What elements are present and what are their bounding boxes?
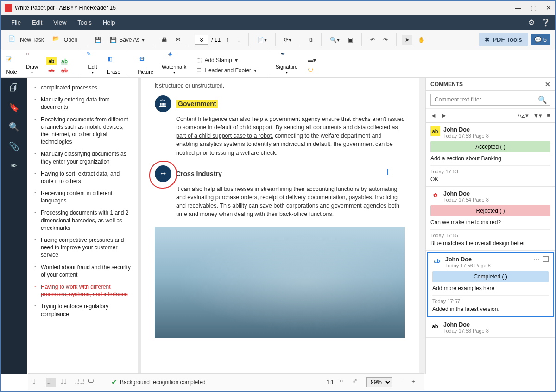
- security-tool[interactable]: 🛡: [306, 66, 318, 75]
- search-panel-icon[interactable]: 🔍: [8, 121, 19, 133]
- comment-item[interactable]: abJohn DoeToday 17:58 Page 8: [426, 318, 555, 338]
- bookmarks-panel-icon[interactable]: 🔖: [8, 102, 19, 113]
- prev-comment-button[interactable]: ◄: [430, 112, 436, 119]
- open-button[interactable]: 📂Open: [50, 33, 80, 46]
- expand-button[interactable]: ≡: [547, 112, 550, 119]
- fullscreen-view[interactable]: 🖵: [88, 378, 97, 387]
- save-button[interactable]: 💾: [92, 35, 104, 45]
- signature-tool[interactable]: ✒Signature▾: [276, 51, 297, 75]
- sort-button[interactable]: AZ▾: [518, 112, 529, 119]
- status-bar: ▯ ⬚ ▯▯ ⬚⬚ 🖵 ✔ Background recognition com…: [28, 373, 424, 390]
- menu-view[interactable]: View: [48, 19, 72, 26]
- comments-panel: COMMENTS ✕ 🔍 ◄ ► AZ▾ ▼▾ ≡ abJohn DoeToda…: [425, 78, 555, 374]
- hand-tool[interactable]: ✋: [415, 35, 428, 45]
- picture-tool[interactable]: 🖼Picture: [138, 56, 153, 75]
- rotate-button[interactable]: ⟳▾: [281, 35, 294, 45]
- page-down-button[interactable]: ↓: [234, 35, 243, 45]
- new-task-button[interactable]: 📄New Task: [6, 33, 47, 46]
- cross-industry-body: It can also help all businesses in strea…: [176, 185, 405, 219]
- comments-title: COMMENTS: [430, 81, 463, 88]
- filter-button[interactable]: ▼▾: [533, 112, 543, 119]
- redact-tool[interactable]: ▬▾: [306, 56, 318, 64]
- insert-text-tool[interactable]: a̶b̶: [59, 66, 70, 75]
- zoom-in-button[interactable]: ＋: [411, 378, 420, 387]
- find-button[interactable]: 🔍▾: [327, 35, 342, 45]
- minimize-button[interactable]: —: [515, 4, 521, 12]
- vertical-scrollbar[interactable]: [419, 78, 425, 374]
- comments-close-icon[interactable]: ✕: [545, 81, 550, 88]
- ocr-button[interactable]: ▣: [345, 35, 356, 45]
- menu-file[interactable]: File: [6, 19, 26, 26]
- edit-tool[interactable]: ✎Edit▾: [87, 51, 99, 75]
- comment-item[interactable]: abJohn DoeToday 17:56 Page 8⋯ Completed …: [427, 252, 554, 317]
- menu-edit[interactable]: Edit: [26, 19, 48, 26]
- comment-status: Accepted ( ): [430, 141, 550, 152]
- comments-toggle[interactable]: 💬5: [531, 34, 550, 45]
- email-button[interactable]: ✉: [173, 35, 183, 45]
- highlight-tool[interactable]: ab: [46, 57, 57, 65]
- comment-time: Today 17:56 Page 8: [445, 263, 530, 268]
- draw-tool[interactable]: ○Draw▾: [26, 51, 38, 75]
- insert-text-marker[interactable]: [387, 169, 392, 175]
- zoom-select[interactable]: 99%: [366, 377, 392, 387]
- save-as-button[interactable]: 💾Save As▾: [107, 35, 147, 45]
- continuous-view[interactable]: ⬚: [46, 378, 56, 387]
- reply-time: Today 17:53: [430, 169, 550, 174]
- search-icon[interactable]: 🔍: [535, 95, 550, 104]
- page-number-input[interactable]: [195, 35, 208, 45]
- comment-text: Add a section about Banking: [430, 155, 550, 162]
- main-toolbar: 📄New Task 📂Open 💾 💾Save As▾ 🖶 ✉ / 11 ↑ ↓…: [1, 30, 555, 50]
- underline-tool[interactable]: a̲b̲: [59, 57, 70, 65]
- fit-width-button[interactable]: ↔: [339, 378, 348, 387]
- watermark-tool[interactable]: ◈Watermark▾: [162, 51, 186, 75]
- bullets-column: complicated processesManually entering d…: [27, 78, 138, 374]
- main-area: 🗐 🔖 🔍 📎 ✒ complicated processesManually …: [1, 78, 555, 374]
- page-view[interactable]: it structured or unstructured. 🏛 Governm…: [141, 78, 419, 374]
- two-page-continuous[interactable]: ⬚⬚: [74, 378, 83, 387]
- comment-item[interactable]: ✿John DoeToday 17:54 Page 8Rejected ( )C…: [426, 187, 555, 251]
- government-icon: 🏛: [155, 95, 171, 112]
- maximize-button[interactable]: ▢: [531, 4, 537, 12]
- header-footer-button[interactable]: ☰Header and Footer▾: [195, 66, 259, 75]
- pointer-tool[interactable]: ➤: [402, 35, 412, 45]
- next-comment-button[interactable]: ►: [441, 112, 447, 119]
- fit-page-button[interactable]: ⤢: [353, 378, 362, 387]
- two-page-view[interactable]: ▯▯: [60, 378, 70, 387]
- zoom-ratio[interactable]: 1:1: [326, 379, 334, 386]
- annotate-toolbar: 📝Note ○Draw▾ ab a̲b̲ ab a̶b̶ ✎Edit▾ ◧Era…: [1, 50, 555, 78]
- redo-button[interactable]: ↷: [380, 35, 391, 45]
- strikeout-tool[interactable]: ab: [46, 66, 57, 75]
- document-area: complicated processesManually entering d…: [27, 78, 425, 374]
- page-up-button[interactable]: ↑: [223, 35, 232, 45]
- comment-filter-input[interactable]: [431, 96, 535, 103]
- erase-tool[interactable]: ◧Erase: [107, 56, 120, 75]
- print-button[interactable]: 🖶: [159, 35, 170, 45]
- pdf-tools-button[interactable]: ✖PDF Tools: [479, 33, 527, 46]
- undo-button[interactable]: ↶: [367, 35, 378, 45]
- comment-time: Today 17:54 Page 8: [443, 197, 550, 202]
- bullet-item: Having to sort, extract data, and route …: [36, 168, 133, 187]
- reply-time: Today 17:55: [430, 233, 550, 238]
- single-page-view[interactable]: ▯: [32, 378, 42, 387]
- signatures-panel-icon[interactable]: ✒: [8, 160, 19, 171]
- note-tool[interactable]: 📝Note: [6, 56, 18, 75]
- cross-industry-icon: ↔: [155, 165, 171, 182]
- status-text: Background recognition completed: [120, 379, 206, 386]
- add-stamp-button[interactable]: ⬚Add Stamp▾: [195, 56, 259, 64]
- zoom-out-button[interactable]: —: [397, 378, 406, 387]
- crop-button[interactable]: ⧉: [306, 35, 316, 45]
- window-title: White Paper.pdf - ABBYY FineReader 15: [15, 5, 116, 11]
- settings-icon[interactable]: ⚙: [528, 18, 535, 27]
- pages-panel-icon[interactable]: 🗐: [8, 82, 19, 94]
- help-icon[interactable]: ❔: [541, 18, 550, 27]
- close-button[interactable]: ✕: [546, 4, 551, 12]
- attachments-panel-icon[interactable]: 📎: [8, 141, 19, 152]
- menu-tools[interactable]: Tools: [72, 19, 97, 26]
- comment-item[interactable]: abJohn DoeToday 17:53 Page 8Accepted ( )…: [426, 123, 555, 187]
- government-heading: Government: [176, 100, 218, 108]
- menu-help[interactable]: Help: [97, 19, 121, 26]
- comment-checkbox[interactable]: [543, 256, 549, 262]
- comment-menu-icon[interactable]: ⋯: [534, 256, 539, 263]
- add-page-button[interactable]: 📄▾: [254, 35, 270, 45]
- comment-type-icon: ab: [430, 322, 440, 331]
